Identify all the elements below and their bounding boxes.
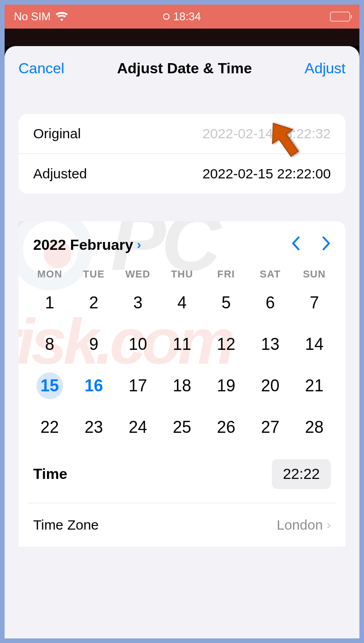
day-cell[interactable]: 26 <box>204 414 248 441</box>
adjust-date-time-modal: Cancel Adjust Date & Time Adjust Origina… <box>5 46 359 638</box>
sim-status: No SIM <box>14 10 51 23</box>
prev-month-button[interactable] <box>291 235 299 254</box>
timezone-label: Time Zone <box>33 517 99 533</box>
day-cell[interactable]: 3 <box>116 289 160 316</box>
adjust-button[interactable]: Adjust <box>305 60 346 77</box>
status-time: 18:34 <box>173 10 201 23</box>
chevron-left-icon <box>291 236 299 250</box>
adjusted-label: Adjusted <box>33 166 87 182</box>
day-cell[interactable]: 27 <box>248 414 293 441</box>
day-cell[interactable]: 22 <box>28 414 72 441</box>
day-cell[interactable]: 11 <box>160 331 204 358</box>
weekday-label: SUN <box>292 268 336 280</box>
day-cell[interactable]: 23 <box>72 414 116 441</box>
wifi-icon <box>55 12 68 21</box>
day-cell[interactable]: 12 <box>204 331 248 358</box>
weekday-label: WED <box>116 268 160 280</box>
day-cell[interactable]: 19 <box>204 372 248 399</box>
time-picker-row: Time 22:22 <box>28 450 336 503</box>
weekday-label: SAT <box>248 268 293 280</box>
day-cell[interactable]: 28 <box>292 414 336 441</box>
modal-title: Adjust Date & Time <box>117 60 252 77</box>
battery-icon <box>330 12 350 22</box>
day-cell[interactable]: 18 <box>160 372 204 399</box>
day-cell[interactable]: 16 <box>72 372 116 399</box>
day-cell[interactable]: 9 <box>72 331 116 358</box>
background-strip <box>5 29 359 46</box>
arrow-annotation-icon <box>263 118 306 161</box>
calendar-days-grid: 1234567891011121314151617181920212223242… <box>28 289 336 450</box>
day-cell[interactable]: 8 <box>28 331 72 358</box>
day-cell[interactable]: 15 <box>36 372 63 399</box>
day-cell[interactable]: 10 <box>116 331 160 358</box>
weekday-header: MONTUEWEDTHUFRISATSUN <box>28 264 336 289</box>
day-cell[interactable]: 5 <box>204 289 248 316</box>
chevron-right-icon: › <box>137 237 141 252</box>
chevron-right-icon <box>323 236 331 250</box>
day-cell[interactable]: 21 <box>292 372 336 399</box>
time-label: Time <box>33 466 67 483</box>
timezone-row[interactable]: Time Zone London › <box>28 503 336 547</box>
weekday-label: MON <box>28 268 72 280</box>
month-year-selector[interactable]: 2022 February › <box>33 236 141 254</box>
cancel-button[interactable]: Cancel <box>18 60 65 77</box>
day-cell[interactable]: 1 <box>28 289 72 316</box>
weekday-label: TUE <box>72 268 116 280</box>
day-cell[interactable]: 13 <box>248 331 293 358</box>
day-cell[interactable]: 4 <box>160 289 204 316</box>
day-cell[interactable]: 20 <box>248 372 293 399</box>
day-cell[interactable]: 6 <box>248 289 293 316</box>
time-value-pill[interactable]: 22:22 <box>272 459 331 489</box>
timezone-value: London <box>277 517 323 533</box>
day-cell[interactable]: 2 <box>72 289 116 316</box>
day-cell[interactable]: 14 <box>292 331 336 358</box>
weekday-label: FRI <box>204 268 248 280</box>
chevron-right-icon: › <box>327 518 331 532</box>
adjusted-value: 2022-02-15 22:22:00 <box>202 166 331 182</box>
calendar-card: PC risk.com 2022 February › <box>18 221 346 547</box>
next-month-button[interactable] <box>323 235 331 254</box>
day-cell[interactable]: 7 <box>292 289 336 316</box>
status-bar: No SIM 18:34 <box>5 5 359 29</box>
month-year-label: 2022 February <box>33 236 133 254</box>
weekday-label: THU <box>160 268 204 280</box>
day-cell[interactable]: 24 <box>116 414 160 441</box>
record-icon <box>163 13 170 20</box>
day-cell[interactable]: 25 <box>160 414 204 441</box>
day-cell[interactable]: 17 <box>116 372 160 399</box>
original-label: Original <box>33 126 81 142</box>
